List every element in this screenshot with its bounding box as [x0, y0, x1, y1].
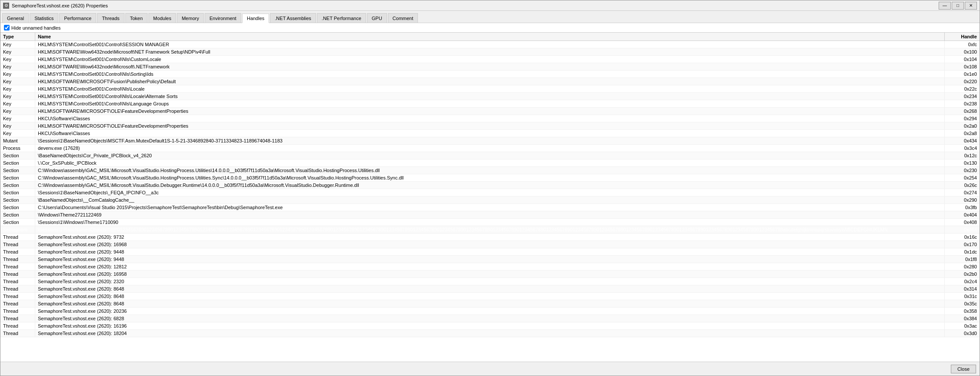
cell-type: Section: [0, 204, 35, 211]
cell-type: Thread: [0, 271, 35, 278]
cell-handle: 0x220: [945, 78, 980, 85]
table-row[interactable]: ThreadSemaphoreTest.vshost.exe (2620): 9…: [0, 248, 980, 256]
cell-handle: 0x130: [945, 159, 980, 166]
cell-name: HKLM\SYSTEM\ControlSet001\Control\Nls\La…: [35, 100, 945, 107]
cell-type: Thread: [0, 285, 35, 292]
table-row[interactable]: KeyHKLM\SYSTEM\ControlSet001\Control\SES…: [0, 41, 980, 48]
cell-type: Section: [0, 167, 35, 174]
cell-name: SemaphoreTest.vshost.exe (2620): 18204: [35, 330, 945, 337]
table-row[interactable]: KeyHKCU\Software\Classes0x2a8: [0, 130, 980, 137]
cell-name: C:\Windows\assembly\GAC_MSIL\Microsoft.V…: [35, 174, 945, 181]
minimize-button[interactable]: —: [939, 2, 951, 10]
tab-bar: GeneralStatisticsPerformanceThreadsToken…: [0, 11, 980, 23]
cell-handle: 0x274: [945, 189, 980, 196]
cell-handle: 0x408: [945, 219, 980, 226]
cell-handle: 0x280: [945, 263, 980, 270]
table-row[interactable]: ThreadSemaphoreTest.vshost.exe (2620): 2…: [0, 278, 980, 285]
cell-name: SemaphoreTest.vshost.exe (2620): 2320: [35, 278, 945, 285]
table-row[interactable]: KeyHKLM\SOFTWARE\MICROSOFT\OLE\FeatureDe…: [0, 122, 980, 130]
hide-unnamed-checkbox[interactable]: [4, 25, 10, 30]
cell-type: Section: [0, 211, 35, 218]
cell-handle: 0x1e0: [945, 71, 980, 78]
table-row[interactable]: SectionC:\Windows\assembly\GAC_MSIL\Micr…: [0, 174, 980, 182]
table-row[interactable]: Section\Windows\Theme27211224690x404: [0, 211, 980, 219]
table-row[interactable]: KeyHKLM\SYSTEM\ControlSet001\Control\Nls…: [0, 71, 980, 78]
table-row[interactable]: KeyHKLM\SYSTEM\ControlSet001\Control\Nls…: [0, 56, 980, 63]
table-row[interactable]: ThreadSemaphoreTest.vshost.exe (2620): 8…: [0, 285, 980, 293]
table-row[interactable]: ThreadSemaphoreTest.vshost.exe (2620): 6…: [0, 315, 980, 322]
table-row[interactable]: ThreadSemaphoreTest.vshost.exe (2620): 1…: [0, 330, 980, 337]
cell-handle: 0x234: [945, 93, 980, 100]
tab--net-performance[interactable]: .NET Performance: [317, 13, 366, 23]
close-button[interactable]: Close: [951, 365, 976, 373]
table-row[interactable]: ThreadSemaphoreTest.vshost.exe (2620): 8…: [0, 293, 980, 300]
table-row[interactable]: ThreadSemaphoreTest.vshost.exe (2620): 8…: [0, 300, 980, 308]
table-row[interactable]: SectionC:\Windows\assembly\GAC_MSIL\Micr…: [0, 182, 980, 189]
cell-type: Key: [0, 115, 35, 122]
close-window-button[interactable]: ✕: [965, 2, 977, 10]
table-row[interactable]: KeyHKLM\SOFTWARE\MICROSOFT\Fusion\Publis…: [0, 78, 980, 85]
table-row[interactable]: ThreadSemaphoreTest.vshost.exe (2620): 1…: [0, 263, 980, 271]
tab-gpu[interactable]: GPU: [367, 13, 387, 23]
table-row[interactable]: ThreadSemaphoreTest.vshost.exe (2620): 1…: [0, 241, 980, 248]
tab-memory[interactable]: Memory: [177, 13, 204, 23]
bottom-bar: Close: [0, 362, 980, 376]
cell-name: HKLM\SOFTWARE\MICROSOFT\Fusion\Publisher…: [35, 78, 945, 85]
cell-type: Key: [0, 48, 35, 55]
tab-performance[interactable]: Performance: [59, 13, 96, 23]
tab--net-assemblies[interactable]: .NET Assemblies: [270, 13, 316, 23]
table-row[interactable]: Section\Sessions\1\BaseNamedObjects\_FEQ…: [0, 189, 980, 196]
table-body[interactable]: KeyHKLM\SYSTEM\ControlSet001\Control\SES…: [0, 41, 980, 362]
hide-unnamed-label: Hide unnamed handles: [11, 25, 61, 30]
cell-name: SemaphoreTest.vshost.exe (2620): 16968: [35, 241, 945, 248]
table-row[interactable]: ThreadSemaphoreTest.vshost.exe (2620): 2…: [0, 308, 980, 315]
tab-modules[interactable]: Modules: [148, 13, 176, 23]
cell-type: Thread: [0, 322, 35, 329]
table-row[interactable]: KeyHKLM\SOFTWARE\Wow6432node\Microsoft\.…: [0, 63, 980, 71]
table-row[interactable]: ThreadSemaphoreTest.vshost.exe (2620): 9…: [0, 256, 980, 263]
cell-name: SemaphoreTest.vshost.exe (2620): 8648: [35, 285, 945, 292]
table-row[interactable]: Section\.\Cor_SxSPublic_IPCBlock0x130: [0, 159, 980, 167]
cell-name: \BaseNamedObjects\__ComCatalogCache__: [35, 196, 945, 203]
table-row[interactable]: KeyHKLM\SOFTWARE\MICROSOFT\OLE\FeatureDe…: [0, 108, 980, 115]
table-row[interactable]: SectionC:\Windows\assembly\GAC_MSIL\Micr…: [0, 167, 980, 174]
table-row[interactable]: KeyHKLM\SYSTEM\ControlSet001\Control\Nls…: [0, 100, 980, 108]
cell-name: SemaphoreTest.vshost.exe (2620): 6828: [35, 315, 945, 322]
table-row[interactable]: KeyHKLM\SOFTWARE\Wow6432node\Microsoft\N…: [0, 48, 980, 56]
table-row[interactable]: Section\BaseNamedObjects\__ComCatalogCac…: [0, 196, 980, 204]
table-row[interactable]: Mutant\Sessions\1\BaseNamedObjects\MSCTF…: [0, 137, 980, 145]
table-row[interactable]: Section\Sessions\1\Windows\Theme17100900…: [0, 219, 980, 226]
table-row[interactable]: Processdevenv.exe (17628)0x3c4: [0, 145, 980, 152]
maximize-button[interactable]: □: [952, 2, 964, 10]
table-row[interactable]: KeyHKLM\SYSTEM\ControlSet001\Control\Nls…: [0, 93, 980, 100]
table-row[interactable]: Section\BaseNamedObjects\Cor_Private_IPC…: [0, 152, 980, 159]
table-row[interactable]: ThreadSemaphoreTest.vshost.exe (2620): 1…: [0, 271, 980, 278]
cell-name: HKLM\SOFTWARE\Wow6432node\Microsoft\.NET…: [35, 63, 945, 70]
tab-comment[interactable]: Comment: [388, 13, 418, 23]
tab-token[interactable]: Token: [125, 13, 148, 23]
cell-name: \Sessions\1\BaseNamedObjects\MSCTF.Asm.M…: [35, 137, 945, 144]
cell-handle: 0x35c: [945, 300, 980, 307]
table-row[interactable]: Semaphore\Sessions\1\BaseNamedObjects\!!…: [0, 226, 980, 234]
content-area: Type Name Handle KeyHKLM\SYSTEM\ControlS…: [0, 33, 980, 362]
table-row[interactable]: KeyHKLM\SYSTEM\ControlSet001\Control\Nls…: [0, 85, 980, 93]
tab-environment[interactable]: Environment: [205, 13, 241, 23]
table-row[interactable]: KeyHKCU\Software\Classes0x294: [0, 115, 980, 122]
cell-handle: 0x2c4: [945, 278, 980, 285]
cell-type: Key: [0, 108, 35, 115]
tab-handles[interactable]: Handles: [242, 14, 269, 23]
tab-threads[interactable]: Threads: [97, 13, 124, 23]
tab-general[interactable]: General: [2, 13, 29, 23]
cell-type: Section: [0, 196, 35, 203]
cell-name: C:\Windows\assembly\GAC_MSIL\Microsoft.V…: [35, 167, 945, 174]
col-header-handle: Handle: [945, 33, 980, 41]
table-row[interactable]: ThreadSemaphoreTest.vshost.exe (2620): 1…: [0, 322, 980, 330]
table-header: Type Name Handle: [0, 33, 980, 41]
table-row[interactable]: ThreadSemaphoreTest.vshost.exe (2620): 9…: [0, 234, 980, 241]
cell-handle: 0x238: [945, 100, 980, 107]
table-row[interactable]: SectionC:\Users\a\Documents\Visual Studi…: [0, 204, 980, 211]
window-title: SemaphoreTest.vshost.exe (2620) Properti…: [12, 3, 108, 8]
cell-handle: 0x290: [945, 196, 980, 203]
cell-handle: 0x3fb: [945, 204, 980, 211]
tab-statistics[interactable]: Statistics: [30, 13, 58, 23]
